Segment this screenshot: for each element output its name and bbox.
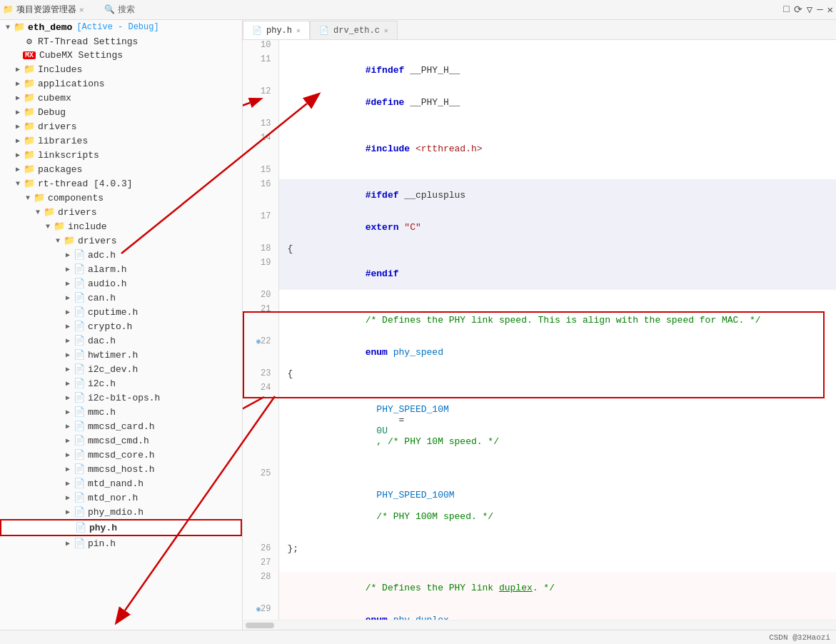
sidebar-item-libraries[interactable]: ▶ 📁 libraries bbox=[0, 134, 242, 148]
search-label[interactable]: 搜索 bbox=[118, 4, 135, 16]
item-label: mtd_nor.h bbox=[88, 493, 138, 503]
line-number: 10 bbox=[243, 40, 278, 54]
item-label: phy.h bbox=[89, 523, 117, 533]
sidebar-item-components[interactable]: ▼ 📁 components bbox=[0, 191, 242, 205]
file-icon: 📄 bbox=[73, 278, 86, 289]
sidebar-item-cputime[interactable]: ▶ 📄 cputime.h bbox=[0, 305, 242, 319]
sidebar-item-mmc[interactable]: ▶ 📄 mmc.h bbox=[0, 405, 242, 419]
tab-drv-eth[interactable]: 📄 drv_eth.c ✕ bbox=[310, 21, 398, 39]
action-box[interactable]: □ bbox=[783, 4, 789, 16]
sidebar-item-mmcsd-cmd[interactable]: ▶ 📄 mmcsd_cmd.h bbox=[0, 433, 242, 448]
sidebar-item-applications[interactable]: ▶ 📁 applications bbox=[0, 76, 242, 91]
line-number: 18 bbox=[243, 243, 278, 258]
sidebar-item-include[interactable]: ▼ 📁 include bbox=[0, 219, 242, 233]
file-icon: 📄 bbox=[73, 538, 86, 549]
sidebar-item-hwtimer[interactable]: ▶ 📄 hwtimer.h bbox=[0, 348, 242, 362]
keyword: #ifndef bbox=[366, 65, 405, 76]
arrow-icon: ▶ bbox=[63, 422, 73, 431]
item-label: libraries bbox=[38, 136, 88, 146]
file-icon: 📄 bbox=[73, 249, 86, 261]
item-label: linkscripts bbox=[38, 150, 99, 161]
arrow-icon: ▶ bbox=[63, 279, 73, 288]
comment: /* PHY 100M speed. */ bbox=[376, 511, 493, 522]
sidebar-item-rtthread-settings[interactable]: ⚙ RT-Thread Settings bbox=[0, 34, 242, 49]
tab-indicator: ✕ bbox=[79, 5, 84, 14]
tab-close-icon[interactable]: ✕ bbox=[296, 26, 301, 35]
sidebar-item-mmcsd-card[interactable]: ▶ 📄 mmcsd_card.h bbox=[0, 419, 242, 433]
project-icon: 📁 bbox=[3, 4, 14, 15]
folder-icon: 📁 bbox=[63, 235, 76, 246]
action-minimize[interactable]: — bbox=[817, 4, 822, 16]
sidebar-item-phy-h[interactable]: 📄 phy.h bbox=[0, 519, 242, 536]
line-number: 21 bbox=[243, 304, 278, 336]
code-line: }; bbox=[278, 543, 836, 558]
sidebar-item-drivers-include[interactable]: ▼ 📁 drivers bbox=[0, 233, 242, 248]
sidebar-item-adc[interactable]: ▶ 📄 adc.h bbox=[0, 248, 242, 262]
sidebar-item-crypto[interactable]: ▶ 📄 crypto.h bbox=[0, 319, 242, 333]
sidebar-item-i2c-bit-ops[interactable]: ▶ 📄 i2c-bit-ops.h bbox=[0, 391, 242, 405]
sidebar-item-drivers-root[interactable]: ▶ 📁 drivers bbox=[0, 119, 242, 134]
scrollbar-thumb[interactable] bbox=[246, 623, 274, 628]
sidebar-item-dac[interactable]: ▶ 📄 dac.h bbox=[0, 333, 242, 348]
item-label: adc.h bbox=[88, 250, 116, 261]
file-icon: 📄 bbox=[73, 449, 86, 461]
tab-close-icon[interactable]: ✕ bbox=[384, 26, 388, 35]
code-container[interactable]: 10 11 #ifndef __PHY_H__ 12 #de bbox=[243, 40, 836, 620]
action-refresh[interactable]: ⟳ bbox=[794, 4, 802, 16]
sidebar-item-can[interactable]: ▶ 📄 can.h bbox=[0, 291, 242, 305]
arrow-icon: ▶ bbox=[63, 379, 73, 388]
sidebar-item-audio[interactable]: ▶ 📄 audio.h bbox=[0, 276, 242, 291]
arrow-icon: ▶ bbox=[63, 293, 73, 302]
table-row: 18 { bbox=[243, 243, 836, 258]
sidebar-item-pin[interactable]: ▶ 📄 pin.h bbox=[0, 536, 242, 550]
item-label: Debug bbox=[38, 107, 66, 118]
sidebar-item-cubemx[interactable]: MX CubeMX Settings bbox=[0, 49, 242, 62]
sidebar-item-alarm[interactable]: ▶ 📄 alarm.h bbox=[0, 262, 242, 276]
sidebar-item-i2c[interactable]: ▶ 📄 i2c.h bbox=[0, 376, 242, 391]
table-row: ◉29 enum phy_duplex bbox=[243, 604, 836, 620]
arrow-icon: ▶ bbox=[13, 65, 23, 74]
file-icon: 📄 bbox=[73, 478, 86, 489]
horizontal-scrollbar[interactable] bbox=[243, 620, 836, 630]
code-line: /* Defines the PHY link duplex. */ bbox=[278, 572, 836, 604]
table-row: 16 #ifdef __cplusplus bbox=[243, 179, 836, 211]
line-number: 12 bbox=[243, 86, 278, 119]
number: 0U bbox=[376, 426, 388, 436]
sidebar-item-eth-demo[interactable]: ▼ 📁 eth_demo [Active - Debug] bbox=[0, 20, 242, 34]
sidebar-item-linkscripts[interactable]: ▶ 📁 linkscripts bbox=[0, 148, 242, 162]
code-line: /* Defines the PHY link speed. This is a… bbox=[278, 304, 836, 336]
item-label: drivers bbox=[38, 121, 77, 132]
tab-icon: 📄 bbox=[252, 26, 262, 35]
item-label: eth_demo bbox=[28, 22, 72, 33]
tab-phy-h[interactable]: 📄 phy.h ✕ bbox=[243, 21, 310, 39]
top-bar-title: 项目资源管理器 ✕ bbox=[16, 4, 84, 16]
file-icon: 📄 bbox=[73, 292, 86, 303]
sidebar-item-packages[interactable]: ▶ 📁 packages bbox=[0, 162, 242, 176]
sidebar-item-mtd-nor[interactable]: ▶ 📄 mtd_nor.h bbox=[0, 490, 242, 505]
sidebar-item-drivers-comp[interactable]: ▼ 📁 drivers bbox=[0, 205, 242, 219]
action-dropdown[interactable]: ▽ bbox=[807, 4, 812, 16]
sidebar-item-i2c-dev[interactable]: ▶ 📄 i2c_dev.h bbox=[0, 362, 242, 376]
sidebar-item-phy-mdio[interactable]: ▶ 📄 phy_mdio.h bbox=[0, 505, 242, 519]
keyword: #ifdef bbox=[366, 190, 399, 201]
arrow-icon: ▶ bbox=[63, 251, 73, 259]
sidebar-item-rt-thread[interactable]: ▼ 📁 rt-thread [4.0.3] bbox=[0, 176, 242, 191]
arrow-icon: ▼ bbox=[3, 24, 13, 31]
sidebar-item-mmcsd-host[interactable]: ▶ 📄 mmcsd_host.h bbox=[0, 462, 242, 476]
sidebar-item-includes[interactable]: ▶ 📁 Includes bbox=[0, 62, 242, 76]
action-close[interactable]: ✕ bbox=[827, 4, 833, 16]
item-label: mtd_nand.h bbox=[88, 478, 143, 489]
file-icon: 📄 bbox=[73, 463, 86, 475]
keyword: #include bbox=[366, 144, 410, 154]
line-number: ◉22 bbox=[243, 336, 278, 368]
code-line bbox=[278, 558, 836, 572]
sidebar-item-cubemx-folder[interactable]: ▶ 📁 cubemx bbox=[0, 91, 242, 105]
file-icon: 📄 bbox=[73, 335, 86, 346]
comment: /* Defines the PHY link duplex. */ bbox=[366, 583, 555, 593]
sidebar-item-debug[interactable]: ▶ 📁 Debug bbox=[0, 105, 242, 119]
code-line: { bbox=[278, 243, 836, 258]
sidebar-item-mtd-nand[interactable]: ▶ 📄 mtd_nand.h bbox=[0, 476, 242, 490]
sidebar-item-mmcsd-core[interactable]: ▶ 📄 mmcsd_core.h bbox=[0, 448, 242, 462]
folder-icon: 📁 bbox=[23, 121, 36, 132]
attribution-text: CSDN @32Haozi bbox=[769, 633, 830, 642]
